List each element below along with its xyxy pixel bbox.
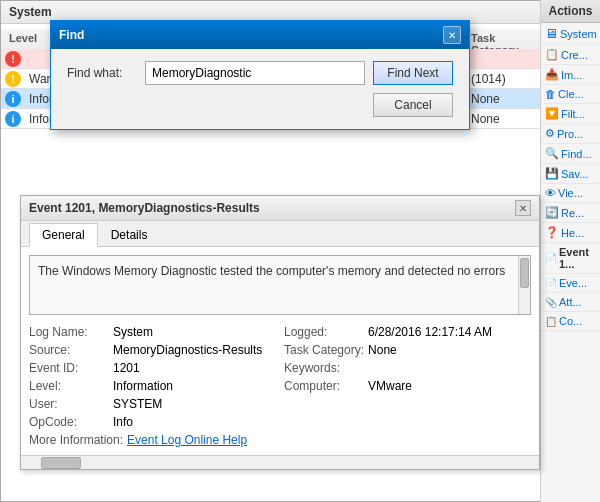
action-label: Im... [561, 69, 582, 81]
action-label: System [560, 28, 597, 40]
action-view[interactable]: 👁 Vie... [541, 184, 600, 203]
system-panel-title: System [9, 5, 52, 19]
action-help[interactable]: ❓ He... [541, 223, 600, 243]
find-what-label: Find what: [67, 66, 137, 80]
find-search-row: Find what: Find Next [67, 61, 453, 85]
find-icon: 🔍 [545, 147, 559, 160]
action-filter[interactable]: 🔽 Filt... [541, 104, 600, 124]
actions-header: Actions [541, 0, 600, 23]
moreinfo-link[interactable]: Event Log Online Help [127, 433, 247, 447]
action-label: Filt... [561, 108, 585, 120]
event-fields-left: Log Name: System Source: MemoryDiagnosti… [29, 325, 276, 447]
find-dialog-close-button[interactable]: ✕ [443, 26, 461, 44]
action-label: Pro... [557, 128, 583, 140]
action-properties[interactable]: ⚙ Pro... [541, 124, 600, 144]
find-dialog-body: Find what: Find Next Cancel [51, 49, 469, 129]
field-logname: Log Name: System [29, 325, 276, 339]
event-fields-right: Logged: 6/28/2016 12:17:14 AM Task Categ… [284, 325, 531, 447]
actions-title: Actions [548, 4, 592, 18]
logname-label: Log Name: [29, 325, 109, 339]
save-icon: 💾 [545, 167, 559, 180]
field-user: User: SYSTEM [29, 397, 276, 411]
find-dialog-header: Find ✕ [51, 21, 469, 49]
field-moreinfo: More Information: Event Log Online Help [29, 433, 276, 447]
task-value: None [368, 343, 397, 357]
action-label: He... [561, 227, 584, 239]
info-icon: i [5, 111, 21, 127]
action-event2[interactable]: 📄 Eve... [541, 274, 600, 293]
level-label: Level: [29, 379, 109, 393]
attach-icon: 📎 [545, 297, 557, 308]
find-input[interactable] [145, 61, 365, 85]
task-label: Task Category: [284, 343, 364, 357]
help-icon: ❓ [545, 226, 559, 239]
action-label: Re... [561, 207, 584, 219]
action-label: Co... [559, 315, 582, 327]
event-detail-header: Event 1201, MemoryDiagnostics-Results ✕ [21, 196, 539, 221]
import-icon: 📥 [545, 68, 559, 81]
action-refresh[interactable]: 🔄 Re... [541, 203, 600, 223]
warning-icon: ! [5, 71, 21, 87]
action-event1[interactable]: 📄 Event 1... [541, 243, 600, 274]
opcode-label: OpCode: [29, 415, 109, 429]
field-eventid: Event ID: 1201 [29, 361, 276, 375]
event-h-scrollbar-thumb[interactable] [41, 457, 81, 469]
find-dialog: Find ✕ Find what: Find Next Cancel [50, 20, 470, 130]
computer-value: VMware [368, 379, 412, 393]
filter-icon: 🔽 [545, 107, 559, 120]
event-message-text: The Windows Memory Diagnostic tested the… [38, 264, 505, 278]
event2-icon: 📄 [545, 278, 557, 289]
tab-general[interactable]: General [29, 223, 98, 247]
action-label: Cre... [561, 49, 588, 61]
logged-value: 6/28/2016 12:17:14 AM [368, 325, 492, 339]
action-find[interactable]: 🔍 Find... [541, 144, 600, 164]
field-task: Task Category: None [284, 343, 531, 357]
action-save[interactable]: 💾 Sav... [541, 164, 600, 184]
properties-icon: ⚙ [545, 127, 555, 140]
row-task: None [467, 92, 537, 106]
action-clear[interactable]: 🗑 Cle... [541, 85, 600, 104]
event-h-scrollbar[interactable] [21, 455, 539, 469]
message-scrollbar[interactable] [518, 256, 530, 314]
action-create[interactable]: 📋 Cre... [541, 45, 600, 65]
action-import[interactable]: 📥 Im... [541, 65, 600, 85]
find-dialog-title: Find [59, 28, 84, 42]
create-icon: 📋 [545, 48, 559, 61]
field-computer: Computer: VMware [284, 379, 531, 393]
find-buttons-row: Cancel [67, 93, 453, 117]
event-content: The Windows Memory Diagnostic tested the… [21, 247, 539, 455]
find-next-button[interactable]: Find Next [373, 61, 453, 85]
field-logged: Logged: 6/28/2016 12:17:14 AM [284, 325, 531, 339]
action-copy[interactable]: 📋 Co... [541, 312, 600, 331]
cancel-button[interactable]: Cancel [373, 93, 453, 117]
logname-value: System [113, 325, 153, 339]
clear-icon: 🗑 [545, 88, 556, 100]
refresh-icon: 🔄 [545, 206, 559, 219]
source-value: MemoryDiagnostics-Results [113, 343, 262, 357]
event-detail-close-button[interactable]: ✕ [515, 200, 531, 216]
tab-details[interactable]: Details [98, 223, 161, 246]
action-attach[interactable]: 📎 Att... [541, 293, 600, 312]
action-system[interactable]: 🖥 System [541, 23, 600, 45]
event-icon: 📄 [545, 253, 557, 264]
opcode-value: Info [113, 415, 133, 429]
field-level: Level: Information [29, 379, 276, 393]
moreinfo-label: More Information: [29, 433, 123, 447]
event-tabs: General Details [21, 221, 539, 247]
event-detail-title: Event 1201, MemoryDiagnostics-Results [29, 201, 260, 215]
action-label: Sav... [561, 168, 588, 180]
user-label: User: [29, 397, 109, 411]
system-icon: 🖥 [545, 26, 558, 41]
action-label: Att... [559, 296, 582, 308]
logged-label: Logged: [284, 325, 364, 339]
info-icon: i [5, 91, 21, 107]
error-icon: ! [5, 51, 21, 67]
event-detail-panel: Event 1201, MemoryDiagnostics-Results ✕ … [20, 195, 540, 470]
computer-label: Computer: [284, 379, 364, 393]
source-label: Source: [29, 343, 109, 357]
eventid-value: 1201 [113, 361, 140, 375]
message-scrollbar-thumb[interactable] [520, 258, 529, 288]
event-message-container: The Windows Memory Diagnostic tested the… [29, 255, 531, 315]
action-label: Event 1... [559, 246, 596, 270]
action-label: Vie... [558, 187, 583, 199]
